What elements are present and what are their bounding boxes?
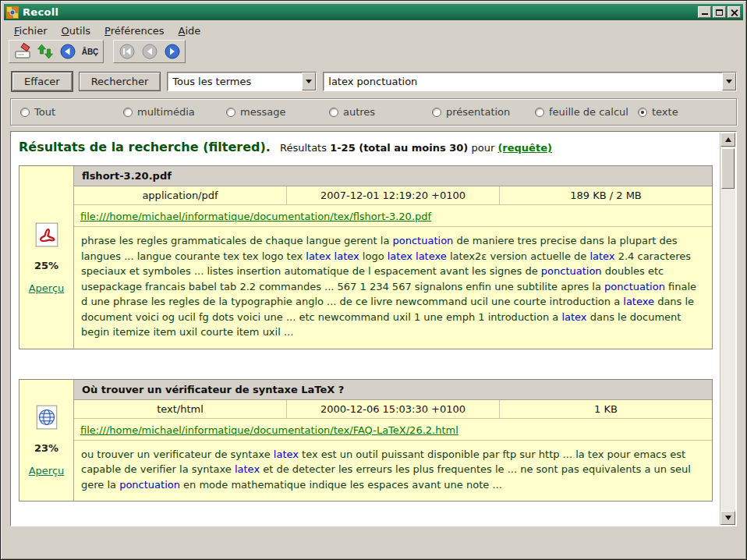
chevron-down-icon[interactable]	[722, 73, 736, 90]
arrow-down-glyph	[726, 80, 732, 83]
menu-aide[interactable]: Aide	[172, 23, 208, 38]
category-filter-frame: Tout multimédia message autres présentat…	[10, 98, 737, 126]
first-page-button[interactable]	[116, 42, 137, 61]
search-query-input[interactable]: latex ponctuation	[323, 72, 737, 91]
snippet-text: phrase les regles grammaticales de chaqu…	[81, 235, 393, 246]
prev-page-icon	[141, 43, 158, 60]
result-url-link[interactable]: file:///home/michael/informatique/docume…	[80, 211, 431, 222]
menu-preferences[interactable]: Préférences	[97, 23, 171, 38]
result-size: 1 KB	[500, 400, 712, 418]
filter-radio-tout[interactable]: Tout	[20, 106, 123, 118]
highlighted-term: ponctuation	[393, 235, 454, 246]
vertical-scrollbar[interactable]	[720, 133, 735, 525]
results-range: 1-25 (total au moins 30)	[330, 142, 468, 154]
statusbar	[4, 526, 743, 556]
radio-icon	[432, 108, 441, 117]
entry-spacer	[19, 349, 714, 379]
result-url-link[interactable]: file:///home/michael/informatique/docume…	[80, 424, 458, 436]
chevron-down-icon[interactable]	[302, 73, 316, 90]
minimize-button[interactable]	[698, 6, 711, 18]
filter-label: message	[240, 106, 285, 118]
filter-radio-multimedia[interactable]: multimédia	[123, 106, 226, 118]
scrollbar-up-button[interactable]	[720, 133, 735, 147]
result-date: 2007-12-01 12:19:20 +0100	[287, 186, 500, 204]
snippet-text: logo	[359, 250, 388, 262]
search-button[interactable]: Rechercher	[79, 72, 161, 91]
result-snippet: phrase les regles grammaticales de chaqu…	[74, 227, 712, 349]
update-index-button[interactable]	[34, 42, 55, 61]
close-button[interactable]	[728, 6, 741, 18]
menubar: Fichier Outils Préférences Aide	[4, 20, 743, 39]
radio-icon	[638, 108, 647, 117]
pdf-file-icon	[34, 221, 60, 249]
toolbar-group-navigation	[113, 40, 186, 63]
menu-fichier[interactable]: Fichier	[7, 23, 55, 38]
clear-button[interactable]: Effacer	[12, 72, 73, 91]
filter-label: texte	[652, 106, 678, 118]
highlighted-term: latex	[274, 448, 299, 460]
results-list: Résultats de la recherche (filtered). Ré…	[12, 133, 719, 525]
filter-label: présentation	[446, 106, 510, 118]
maximize-icon	[716, 9, 723, 16]
radio-icon	[329, 108, 338, 117]
menu-outils[interactable]: Outils	[55, 23, 98, 38]
filter-radio-texte[interactable]: texte	[638, 106, 678, 118]
result-side-panel: 23% Aperçu	[19, 380, 74, 502]
search-mode-select[interactable]: Tous les termes	[167, 72, 317, 91]
filter-radio-presentation[interactable]: présentation	[432, 106, 535, 118]
clear-search-button[interactable]	[12, 42, 33, 61]
results-summary-prefix: Résultats	[280, 142, 327, 154]
clear-search-icon	[14, 43, 31, 60]
result-title: Où trouver un vérificateur de syntaxe La…	[74, 380, 712, 400]
app-icon	[6, 6, 19, 19]
filter-radio-autres[interactable]: autres	[329, 106, 432, 118]
result-title: flshort-3.20.pdf	[74, 166, 712, 186]
arrow-down-icon	[725, 516, 731, 520]
next-page-button[interactable]	[161, 42, 182, 61]
result-body: flshort-3.20.pdf application/pdf 2007-12…	[74, 166, 712, 349]
recoll-window: Recoll Fichier Outils Préférences Aide	[0, 0, 747, 560]
results-title: Résultats de la recherche (filtered).	[19, 140, 271, 154]
highlighted-term: latexe	[623, 296, 654, 307]
search-bar: Effacer Rechercher Tous les termes latex…	[4, 64, 743, 95]
snippet-text: en mode mathematique indique les espaces…	[180, 479, 502, 491]
html-file-icon	[34, 403, 60, 431]
scrollbar-down-button[interactable]	[720, 511, 735, 525]
minimize-icon	[702, 13, 708, 15]
preview-link[interactable]: Aperçu	[29, 282, 65, 294]
result-mime: application/pdf	[74, 186, 287, 204]
search-query-value[interactable]: latex ponctuation	[324, 73, 722, 90]
toolbar: ÂBÇ	[4, 39, 743, 64]
filter-radio-message[interactable]: message	[226, 106, 329, 118]
highlighted-term: ponctuation	[604, 281, 665, 292]
doc-history-button[interactable]	[57, 42, 78, 61]
relevance-percent: 25%	[34, 260, 58, 271]
snippet-text: latex2ε version actuelle de	[447, 250, 590, 262]
result-url-row: file:///home/michael/informatique/docume…	[74, 205, 712, 227]
maximize-button[interactable]	[713, 6, 726, 18]
highlighted-term: latex latexe	[388, 250, 447, 262]
result-snippet: ou trouver un verificateur de syntaxe la…	[74, 441, 712, 502]
scrollbar-track[interactable]	[720, 147, 735, 511]
result-entry: 23% Aperçu Où trouver un vérificateur de…	[19, 379, 713, 502]
result-date: 2000-12-06 15:03:30 +0100	[287, 400, 500, 418]
prev-page-button[interactable]	[139, 42, 160, 61]
results-summary-connector: pour	[471, 142, 494, 154]
query-link[interactable]: (requête)	[497, 142, 552, 154]
snippet-text: ou trouver un verificateur de syntaxe	[81, 448, 274, 460]
radio-icon	[20, 108, 30, 117]
result-mime: text/html	[74, 400, 287, 418]
term-explorer-button[interactable]: ÂBÇ	[80, 42, 101, 61]
search-mode-value: Tous les termes	[168, 73, 302, 90]
highlighted-term: latex	[589, 250, 614, 262]
titlebar[interactable]: Recoll	[4, 4, 743, 20]
term-explorer-icon: ÂBÇ	[82, 48, 99, 56]
filter-label: Tout	[34, 106, 55, 118]
preview-link[interactable]: Aperçu	[29, 465, 65, 477]
filter-label: autres	[343, 106, 375, 118]
doc-history-icon	[59, 43, 76, 60]
scrollbar-thumb[interactable]	[721, 148, 735, 189]
update-index-icon	[37, 43, 54, 60]
filter-radio-feuille-de-calcul[interactable]: feuille de calcul	[535, 106, 638, 118]
result-url-row: file:///home/michael/informatique/docume…	[74, 419, 712, 441]
